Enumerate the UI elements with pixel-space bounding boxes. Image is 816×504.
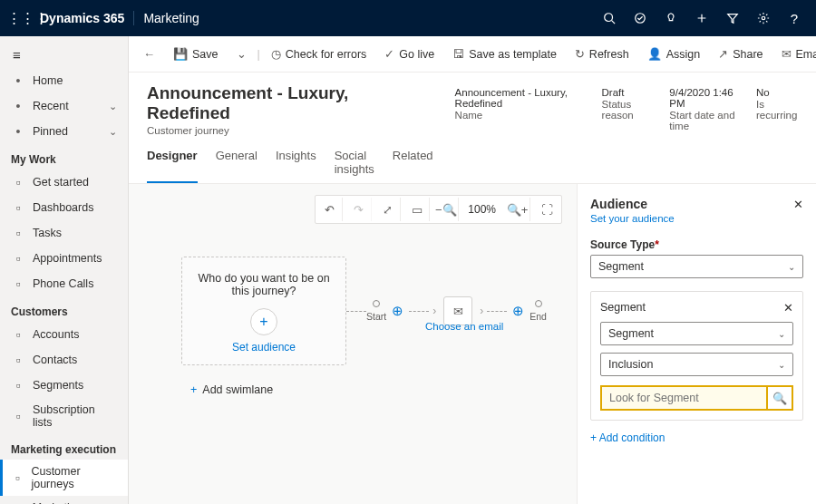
page-subtitle: Customer journey <box>147 125 433 136</box>
sidebar-item-dashboards[interactable]: ▫Dashboards <box>0 195 128 220</box>
designer-canvas[interactable]: ↶ ↷ ⤢ ▭ −🔍 100% 🔍+ ⛶ Who do you want to … <box>129 184 577 504</box>
assist-icon[interactable] <box>626 0 655 36</box>
save-button[interactable]: 💾Save <box>166 43 226 65</box>
close-panel-icon[interactable]: ✕ <box>793 198 803 211</box>
filter-icon[interactable] <box>718 0 747 36</box>
svg-point-0 <box>605 14 613 22</box>
page-title: Announcement - Luxury, Redefined <box>147 83 433 123</box>
sidebar-item-recent[interactable]: •Recent⌄ <box>0 93 128 119</box>
header-meta: Announcement - Luxury, RedefinedName <box>455 87 586 183</box>
contact-icon: ▫ <box>11 353 25 367</box>
sidebar-item-contacts[interactable]: ▫Contacts <box>0 347 128 373</box>
zoom-level: 100% <box>462 198 501 221</box>
segment-search-input[interactable] <box>600 385 766 411</box>
share-button[interactable]: ↗Share <box>711 43 770 65</box>
tab-designer[interactable]: Designer <box>147 149 198 183</box>
save-template-button[interactable]: 🖫Save as template <box>445 43 564 65</box>
sidebar: ≡ •Home•Recent⌄•Pinned⌄My Work▫Get start… <box>0 36 129 504</box>
sidebar-item-home[interactable]: •Home <box>0 68 128 93</box>
nav-group: Marketing execution <box>0 434 128 460</box>
cal-icon: ▫ <box>11 251 25 266</box>
sidebar-item-pinned[interactable]: •Pinned⌄ <box>0 119 128 144</box>
header-meta: DraftStatus reason <box>602 87 654 183</box>
canvas-toolbar: ↶ ↷ ⤢ ▭ −🔍 100% 🔍+ ⛶ <box>315 195 562 224</box>
module-name: Marketing <box>133 11 199 25</box>
sidebar-item-marketing-emails[interactable]: ▫Marketing emails <box>0 496 128 504</box>
journey-icon: ▫ <box>11 470 24 485</box>
add-swimlane-button[interactable]: +Add swimlane <box>190 383 273 396</box>
settings-icon[interactable] <box>749 0 778 36</box>
back-button[interactable]: ← <box>136 43 162 65</box>
home-icon: • <box>11 73 25 88</box>
map-icon[interactable]: ▭ <box>404 198 430 221</box>
sidebar-item-appointments[interactable]: ▫Appointments <box>0 246 128 271</box>
inclusion-select[interactable]: Inclusion⌄ <box>600 353 793 376</box>
undo-icon[interactable]: ↶ <box>317 198 343 221</box>
add-condition-link[interactable]: + Add condition <box>590 431 803 444</box>
add-icon[interactable] <box>687 0 716 36</box>
sidebar-item-phone-calls[interactable]: ▫Phone Calls <box>0 271 128 296</box>
sidebar-item-tasks[interactable]: ▫Tasks <box>0 220 128 246</box>
sidebar-item-get-started[interactable]: ▫Get started <box>0 170 128 195</box>
redo-icon[interactable]: ↷ <box>346 198 372 221</box>
fullscreen-icon[interactable]: ⛶ <box>534 198 559 221</box>
sidebar-item-customer-journeys[interactable]: ▫Customer journeys <box>0 460 128 496</box>
seg-icon: ▫ <box>11 378 25 393</box>
lightbulb-icon[interactable] <box>656 0 685 36</box>
zoom-out-icon[interactable]: −🔍 <box>433 198 459 221</box>
panel-title: Audience <box>590 197 647 211</box>
clock-icon: • <box>11 99 25 113</box>
refresh-button[interactable]: ↻Refresh <box>568 43 636 65</box>
command-bar: ← 💾Save ⌄ | ◷Check for errors ✓Go live 🖫… <box>129 36 816 73</box>
svg-point-2 <box>762 16 765 20</box>
choose-email-link[interactable]: Choose an email <box>425 321 503 332</box>
add-before-email-icon[interactable]: ⊕ <box>392 303 403 319</box>
email-link-button[interactable]: ✉Email a Link <box>774 43 816 65</box>
header-meta: 9/4/2020 1:46 PMStart date and time <box>669 87 740 183</box>
remove-segment-icon[interactable]: ✕ <box>783 301 793 315</box>
pin-icon: • <box>11 124 25 139</box>
add-after-email-icon[interactable]: ⊕ <box>512 303 524 319</box>
header-meta: NoIs recurring <box>756 87 798 183</box>
audience-tile[interactable]: Who do you want to be on this journey? +… <box>181 257 346 365</box>
sidebar-item-accounts[interactable]: ▫Accounts <box>0 322 128 347</box>
dash-icon: ▫ <box>11 200 25 215</box>
save-menu[interactable]: ⌄ <box>229 43 254 65</box>
add-audience-button[interactable]: + <box>250 308 277 335</box>
play-icon: ▫ <box>11 175 25 189</box>
acct-icon: ▫ <box>11 327 25 342</box>
fit-icon[interactable]: ⤢ <box>375 198 401 221</box>
svg-point-1 <box>636 14 646 24</box>
nav-group: Customers <box>0 296 128 322</box>
tab-related[interactable]: Related <box>393 149 433 183</box>
sidebar-item-subscription-lists[interactable]: ▫Subscription lists <box>0 398 128 434</box>
set-audience-link[interactable]: Set audience <box>191 341 336 354</box>
go-live-button[interactable]: ✓Go live <box>377 43 442 65</box>
help-icon[interactable]: ? <box>780 0 809 36</box>
hamburger-icon[interactable]: ≡ <box>0 42 128 68</box>
task-icon: ▫ <box>11 226 25 240</box>
phone-icon: ▫ <box>11 276 25 291</box>
tab-general[interactable]: General <box>216 149 257 183</box>
app-launcher-icon[interactable]: ⋮⋮⋮ <box>7 10 36 26</box>
sidebar-item-segments[interactable]: ▫Segments <box>0 373 128 398</box>
assign-button[interactable]: 👤Assign <box>640 43 708 65</box>
segment-type-select[interactable]: Segment⌄ <box>600 322 793 345</box>
check-errors-button[interactable]: ◷Check for errors <box>264 43 374 65</box>
zoom-in-icon[interactable]: 🔍+ <box>505 198 530 221</box>
list-icon: ▫ <box>11 409 25 423</box>
tab-social-insights[interactable]: Social insights <box>335 149 374 183</box>
brand: Dynamics 365 <box>40 11 124 25</box>
audience-panel: Audience ✕ Set your audience Source Type… <box>577 184 816 504</box>
segment-search-button[interactable]: 🔍 <box>766 385 793 411</box>
panel-hint[interactable]: Set your audience <box>590 213 803 224</box>
search-icon[interactable] <box>595 0 624 36</box>
source-type-select[interactable]: Segment⌄ <box>590 255 803 278</box>
tab-insights[interactable]: Insights <box>276 149 316 183</box>
nav-group: My Work <box>0 144 128 170</box>
